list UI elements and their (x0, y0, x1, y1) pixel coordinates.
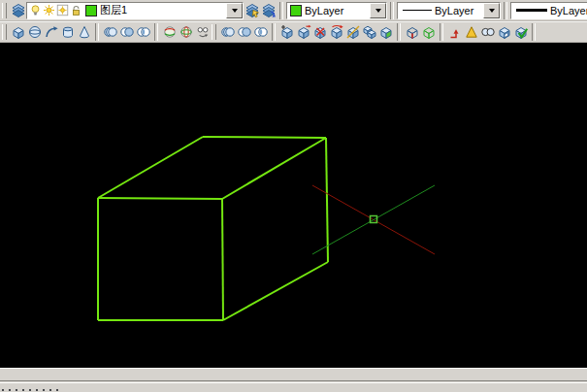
layout-splitter-bar[interactable] (0, 368, 587, 380)
bulb-on-icon (29, 4, 42, 16)
cylinder-icon (60, 24, 76, 40)
separate-solids-button[interactable] (479, 23, 496, 41)
orbit-button[interactable] (161, 23, 178, 41)
layer-previous-icon (261, 3, 277, 18)
toolbar-grip[interactable] (212, 24, 216, 40)
color-edges-icon (421, 24, 437, 40)
subtract-button[interactable] (236, 23, 252, 41)
copy-faces-icon (362, 24, 377, 40)
chevron-down-icon (375, 9, 381, 16)
union-icon (103, 24, 118, 40)
intersect-button[interactable] (252, 23, 269, 41)
color-faces-button[interactable] (377, 23, 394, 41)
solids-editing-toolbar-items (10, 23, 538, 41)
color-edges-button[interactable] (420, 23, 437, 41)
layer-combobox[interactable]: 图层1 (26, 2, 244, 19)
check-icon (513, 24, 529, 40)
toolbar-separator (504, 2, 507, 19)
separate-solids-icon (480, 24, 496, 40)
taper-faces-button[interactable] (344, 23, 361, 41)
color-faces-icon (378, 24, 394, 40)
arc-button[interactable] (43, 23, 59, 41)
arc-icon (44, 24, 59, 40)
layer-combo-dropdown-button[interactable] (226, 3, 243, 18)
layer-state-icons (29, 4, 83, 16)
layer-previous-button[interactable] (260, 2, 277, 19)
color-combo-dropdown-button[interactable] (370, 3, 386, 18)
sphere-icon (27, 24, 43, 40)
shell-button[interactable] (496, 23, 512, 41)
toolbar-separator (397, 23, 401, 41)
subtract-icon (119, 24, 135, 40)
color-combobox[interactable]: ByLayer (286, 2, 387, 19)
cone-button[interactable] (76, 23, 92, 41)
linetype-sample (403, 10, 432, 11)
layers-stack-icon (11, 3, 26, 18)
box-button[interactable] (10, 23, 26, 41)
layers-dialog-button[interactable] (10, 2, 26, 19)
sphere-button[interactable] (26, 23, 43, 41)
move-faces-button[interactable] (295, 23, 311, 41)
sun-on-icon (43, 4, 55, 16)
cylinder-button[interactable] (59, 23, 76, 41)
toolbar-separator (154, 23, 158, 41)
rotate-faces-icon (329, 24, 344, 40)
cone-icon (77, 24, 92, 40)
shell-icon (497, 24, 512, 40)
sun-viewport-icon (56, 4, 69, 16)
clipped-command-text (2, 389, 58, 391)
continuous-orbit-button[interactable] (178, 23, 194, 41)
rotate-faces-button[interactable] (328, 23, 344, 41)
toolbar-separator (532, 23, 536, 41)
layer-color-swatch (85, 5, 97, 16)
subtract-button[interactable] (118, 23, 135, 41)
clean-button[interactable] (463, 23, 479, 41)
lineweight-value: ByLayer (550, 5, 587, 16)
make-object-layer-current-button[interactable] (244, 2, 260, 19)
current-layer-name: 图层1 (100, 3, 127, 17)
drawing-svg (0, 43, 587, 368)
drawing-canvas[interactable] (0, 43, 587, 368)
toolbar-separator (440, 23, 443, 41)
copy-edges-button[interactable] (404, 23, 420, 41)
swivel-camera-button[interactable] (194, 23, 211, 41)
delete-faces-button[interactable] (311, 23, 328, 41)
layer-properties-toolbar: 图层1 ByLayer ByLayer ByLayer (0, 0, 587, 21)
box-icon (11, 24, 26, 40)
extrude-faces-button[interactable] (278, 23, 295, 41)
solids-editing-toolbar (0, 21, 587, 43)
continuous-orbit-icon (179, 24, 194, 40)
delete-faces-icon (312, 24, 328, 40)
lineweight-combobox[interactable]: ByLayer (510, 2, 587, 19)
color-value: ByLayer (305, 5, 343, 16)
copy-faces-button[interactable] (361, 23, 377, 41)
toolbar-grip[interactable] (2, 3, 7, 18)
move-faces-icon (296, 24, 311, 40)
union-button[interactable] (219, 23, 236, 41)
intersect-icon (253, 24, 269, 40)
layer-current-icon (245, 3, 260, 18)
toolbar-separator (272, 23, 276, 41)
intersect-button[interactable] (135, 23, 151, 41)
clean-icon (464, 24, 479, 40)
swivel-camera-icon (195, 24, 211, 40)
unlock-icon (70, 4, 82, 16)
intersect-icon (136, 24, 151, 40)
imprint-icon (447, 24, 463, 40)
subtract-icon (237, 24, 252, 40)
extrude-faces-icon (279, 24, 295, 40)
check-button[interactable] (512, 23, 529, 41)
color-swatch (290, 5, 302, 16)
command-line-strip[interactable] (0, 383, 587, 391)
orbit-icon (162, 24, 178, 40)
toolbar-separator (95, 23, 99, 41)
toolbar-separator (279, 2, 283, 19)
cad-window: 图层1 ByLayer ByLayer ByLayer (0, 0, 587, 392)
union-button[interactable] (102, 23, 118, 41)
linetype-combobox[interactable]: ByLayer (397, 2, 501, 19)
union-icon (220, 24, 236, 40)
linetype-combo-dropdown-button[interactable] (483, 3, 500, 18)
imprint-button[interactable] (446, 23, 463, 41)
toolbar-separator (390, 2, 394, 19)
toolbar-grip[interactable] (2, 24, 7, 40)
